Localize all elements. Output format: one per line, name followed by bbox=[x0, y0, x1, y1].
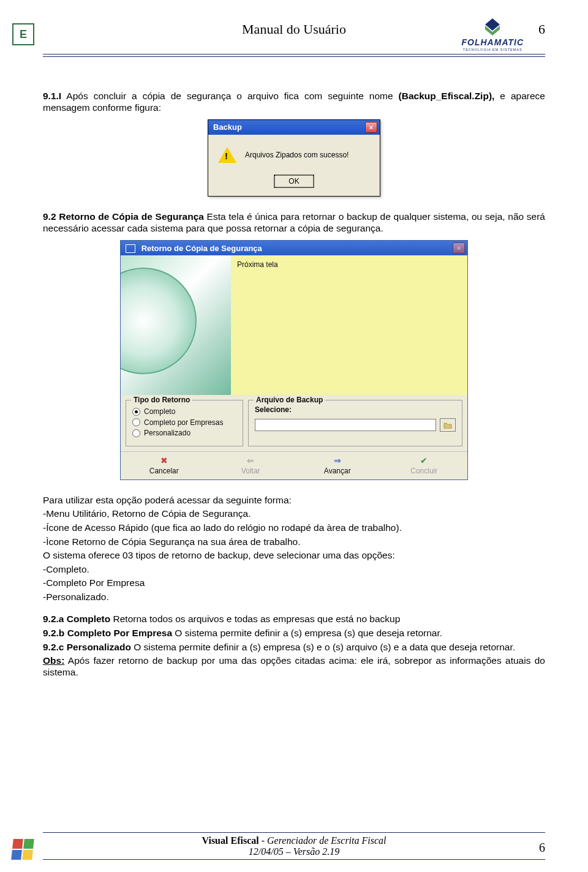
next-label: Avançar bbox=[324, 467, 351, 475]
page-header: E Manual do Usuário 6 FOLHAMATIC TECNOLO… bbox=[43, 18, 545, 66]
back-button[interactable]: ⇐ Voltar bbox=[208, 452, 295, 479]
p92a-text: Retorna todos os arquivos e todas as emp… bbox=[110, 614, 400, 624]
footer-desc: - Gerenciador de Escrita Fiscal bbox=[259, 835, 386, 846]
brand-name: FOLHAMATIC bbox=[462, 37, 524, 47]
para-how-7: -Completo Por Empresa bbox=[43, 577, 545, 589]
folder-open-icon bbox=[443, 421, 452, 429]
app-icon bbox=[126, 244, 135, 253]
radio-icon bbox=[132, 429, 140, 437]
cancel-label: Cancelar bbox=[149, 467, 179, 475]
paragraph-obs: Obs: Após fazer retorno de backup por um… bbox=[43, 655, 545, 678]
backup-dialog: Backup × ! Arquivos Zipados com sucesso!… bbox=[208, 119, 380, 197]
backup-titlebar: Backup × bbox=[208, 120, 380, 135]
header-rule-1 bbox=[43, 54, 545, 55]
wizard-buttonbar: ✖ Cancelar ⇐ Voltar ⇒ Avançar ✔ Concluir bbox=[121, 451, 467, 479]
p1-text: Após concluir a cópia de segurança o arq… bbox=[61, 91, 398, 101]
cancel-icon: ✖ bbox=[160, 456, 168, 466]
disc-icon bbox=[121, 268, 197, 374]
p92c-text: O sistema permite definir a (s) empresa … bbox=[131, 642, 515, 652]
check-icon: ✔ bbox=[420, 456, 428, 466]
warning-icon: ! bbox=[218, 146, 236, 164]
para-how-1: Para utilizar esta opção poderá acessar … bbox=[43, 495, 545, 506]
footer-rule-2 bbox=[43, 859, 545, 860]
header-page-number: 6 bbox=[538, 21, 545, 37]
logo-left-letter: E bbox=[20, 28, 27, 41]
p1-bold: (Backup_Efiscal.Zip), bbox=[399, 91, 495, 101]
ok-button[interactable]: OK bbox=[274, 175, 313, 187]
wizard-body: Próxima tela bbox=[121, 255, 467, 395]
group-arquivo-backup: Arquivo de Backup Selecione: bbox=[248, 400, 462, 446]
paragraph-9-2: 9.2 Retorno de Cópia de Segurança Esta t… bbox=[43, 211, 545, 234]
backup-dialog-title: Backup bbox=[213, 122, 242, 132]
p92a-prefix: 9.2.a Completo bbox=[43, 614, 110, 624]
footer-version: 12/04/05 – Versão 2.19 bbox=[202, 846, 386, 857]
paragraph-9-2-c: 9.2.c Personalizado O sistema permite de… bbox=[43, 642, 545, 653]
para-how-4: -Ìcone Retorno de Cópia Segurança na sua… bbox=[43, 536, 545, 548]
radio-label: Completo bbox=[144, 407, 175, 416]
wizard-title: Retorno de Cópia de Segurança bbox=[141, 244, 262, 253]
wizard-hint-area: Próxima tela bbox=[231, 255, 467, 395]
para-how-6: -Completo. bbox=[43, 564, 545, 576]
para-how-3: -Ícone de Acesso Rápido (que fica ao lad… bbox=[43, 522, 545, 534]
back-label: Voltar bbox=[241, 467, 260, 475]
wizard-figure: Retorno de Cópia de Segurança × Próxima … bbox=[43, 240, 545, 479]
radio-icon bbox=[132, 408, 140, 416]
restore-wizard: Retorno de Cópia de Segurança × Próxima … bbox=[120, 240, 468, 479]
wizard-hint: Próxima tela bbox=[237, 260, 278, 269]
radio-label: Personalizado bbox=[144, 429, 190, 437]
wizard-titlebar: Retorno de Cópia de Segurança × bbox=[121, 241, 467, 255]
para-how-8: -Personalizado. bbox=[43, 592, 545, 603]
file-row bbox=[255, 418, 456, 432]
p92c-prefix: 9.2.c Personalizado bbox=[43, 642, 131, 652]
arrow-right-icon: ⇒ bbox=[334, 456, 341, 466]
footer-product: Visual Efiscal bbox=[202, 835, 258, 846]
label-selecione: Selecione: bbox=[255, 405, 456, 414]
brand-sub: TECNOLOGIA EM SISTEMAS bbox=[463, 48, 522, 51]
brand-logo: FOLHAMATIC TECNOLOGIA EM SISTEMAS bbox=[462, 18, 524, 51]
p92b-prefix: 9.2.b Completo Por Empresa bbox=[43, 628, 172, 638]
radio-personalizado[interactable]: Personalizado bbox=[132, 429, 236, 437]
logo-left: E bbox=[12, 23, 34, 45]
backup-button-row: OK bbox=[208, 175, 380, 196]
para-how-2: -Menu Utilitário, Retorno de Cópia de Se… bbox=[43, 508, 545, 520]
radio-completo[interactable]: Completo bbox=[132, 407, 236, 416]
paragraph-9-2-a: 9.2.a Completo Retorna todos os arquivos… bbox=[43, 614, 545, 625]
header-rule-2 bbox=[43, 56, 545, 57]
group-tipo-retorno: Tipo do Retorno Completo Completo por Em… bbox=[126, 400, 243, 446]
folhamatic-icon bbox=[480, 18, 505, 37]
radio-completo-empresas[interactable]: Completo por Empresas bbox=[132, 418, 236, 427]
p92b-text: O sistema permite definir a (s) empresa … bbox=[172, 628, 442, 638]
legend-tipo: Tipo do Retorno bbox=[131, 396, 192, 404]
radio-icon bbox=[132, 418, 140, 426]
legend-arquivo: Arquivo de Backup bbox=[254, 396, 325, 404]
obs-label: Obs: bbox=[43, 655, 64, 666]
obs-text: Após fazer retorno de backup por uma das… bbox=[43, 655, 545, 677]
content: 9.1.I Após concluir a cópia de segurança… bbox=[43, 91, 545, 678]
wizard-lower: Tipo do Retorno Completo Completo por Em… bbox=[121, 395, 467, 451]
backup-body: ! Arquivos Zipados com sucesso! bbox=[208, 135, 380, 175]
backup-file-input[interactable] bbox=[255, 419, 436, 431]
arrow-left-icon: ⇐ bbox=[247, 456, 254, 466]
p2-prefix: 9.2 Retorno de Cópia de Segurança bbox=[43, 211, 204, 222]
finish-label: Concluir bbox=[410, 467, 437, 475]
cancel-button[interactable]: ✖ Cancelar bbox=[121, 452, 208, 479]
close-icon[interactable]: × bbox=[453, 242, 465, 254]
windows-logo-icon bbox=[11, 839, 34, 860]
browse-button[interactable] bbox=[440, 418, 456, 432]
finish-button[interactable]: ✔ Concluir bbox=[381, 452, 468, 479]
wizard-graphic bbox=[121, 255, 231, 395]
para-how-5: O sistema oferece 03 tipos de retorno de… bbox=[43, 550, 545, 562]
footer-page-number: 6 bbox=[539, 841, 545, 855]
radio-label: Completo por Empresas bbox=[144, 418, 223, 427]
backup-message: Arquivos Zipados com sucesso! bbox=[245, 151, 349, 159]
paragraph-9-2-b: 9.2.b Completo Por Empresa O sistema per… bbox=[43, 628, 545, 639]
page-footer: Visual Efiscal - Gerenciador de Escrita … bbox=[43, 832, 545, 860]
paragraph-9-1-i: 9.1.I Após concluir a cópia de segurança… bbox=[43, 91, 545, 113]
close-icon[interactable]: × bbox=[365, 122, 377, 133]
p1-prefix: 9.1.I bbox=[43, 91, 61, 101]
footer-content: Visual Efiscal - Gerenciador de Escrita … bbox=[43, 833, 545, 857]
next-button[interactable]: ⇒ Avançar bbox=[294, 452, 381, 479]
backup-dialog-figure: Backup × ! Arquivos Zipados com sucesso!… bbox=[43, 119, 545, 197]
